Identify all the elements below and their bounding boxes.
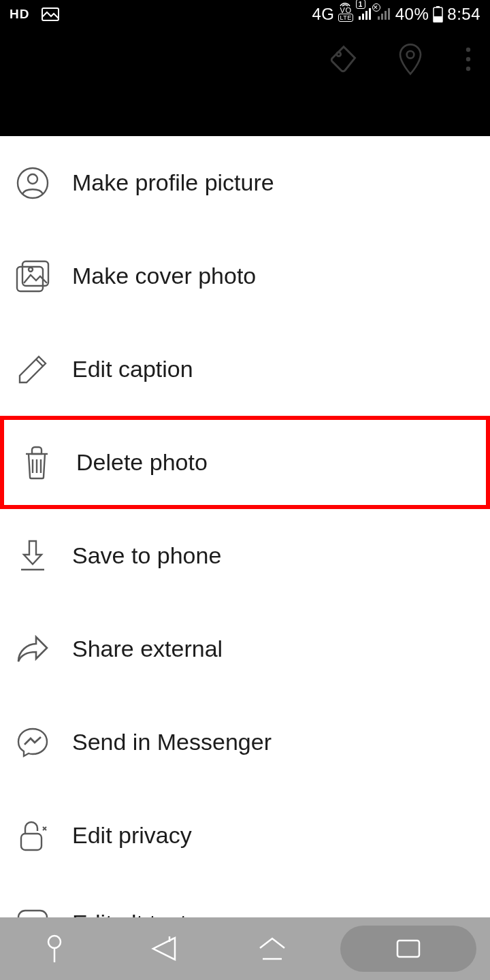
- status-bar: HD 4G VOLTE 1 ✕ 40% 8:54: [0, 0, 490, 29]
- network-type: 4G: [312, 5, 334, 24]
- option-label: Send in Messenger: [72, 729, 272, 755]
- share-external-option[interactable]: Share external: [0, 602, 490, 696]
- sim2-no-signal-icon: ✕: [376, 7, 391, 21]
- option-label: Save to phone: [72, 542, 221, 569]
- share-arrow-icon: [14, 630, 52, 668]
- option-label: Make profile picture: [72, 169, 274, 196]
- home-button[interactable]: [231, 930, 313, 968]
- svg-rect-11: [17, 267, 43, 291]
- make-profile-picture-option[interactable]: Make profile picture: [0, 136, 490, 229]
- option-label: Share external: [72, 636, 223, 662]
- battery-icon: [433, 6, 443, 22]
- options-list: Make profile picture Make cover photo Ed…: [0, 136, 490, 964]
- svg-point-5: [407, 51, 414, 59]
- assistant-button[interactable]: [14, 930, 95, 968]
- volte-lte: LTE: [338, 14, 353, 22]
- send-in-messenger-option[interactable]: Send in Messenger: [0, 696, 490, 789]
- edit-privacy-option[interactable]: Edit privacy: [0, 789, 490, 882]
- svg-point-4: [337, 52, 341, 56]
- tag-icon[interactable]: [328, 44, 359, 75]
- pencil-icon: [14, 350, 52, 389]
- delete-photo-option[interactable]: Delete photo: [0, 416, 490, 509]
- photo-options-sheet: Make profile picture Make cover photo Ed…: [0, 136, 490, 964]
- gallery-notification-icon: [42, 7, 59, 21]
- svg-point-6: [466, 48, 470, 52]
- svg-point-7: [466, 57, 470, 61]
- clock: 8:54: [447, 5, 480, 24]
- hd-indicator: HD: [10, 7, 29, 22]
- svg-point-17: [48, 936, 61, 948]
- profile-icon: [14, 164, 52, 202]
- edit-caption-option[interactable]: Edit caption: [0, 323, 490, 416]
- back-button[interactable]: [122, 930, 204, 968]
- messenger-icon: [14, 723, 52, 762]
- option-label: Delete photo: [76, 449, 208, 476]
- svg-point-8: [466, 67, 470, 71]
- battery-percentage: 40%: [395, 5, 429, 24]
- recent-apps-button[interactable]: [340, 926, 476, 972]
- svg-point-10: [28, 174, 37, 184]
- svg-rect-3: [434, 16, 442, 22]
- svg-rect-18: [397, 941, 419, 957]
- option-label: Edit caption: [72, 356, 193, 382]
- download-icon: [14, 537, 52, 575]
- option-label: Make cover photo: [72, 263, 256, 289]
- volte-icon: VOLTE: [338, 7, 353, 22]
- sim1-signal-icon: 1: [357, 7, 372, 21]
- trash-icon: [18, 444, 56, 482]
- more-options-icon[interactable]: [461, 44, 475, 75]
- option-label: Edit privacy: [72, 822, 192, 849]
- make-cover-photo-option[interactable]: Make cover photo: [0, 229, 490, 323]
- svg-rect-12: [22, 261, 48, 286]
- svg-point-13: [29, 267, 33, 272]
- save-to-phone-option[interactable]: Save to phone: [0, 509, 490, 602]
- photos-icon: [14, 257, 52, 295]
- photo-header: [0, 29, 490, 136]
- location-pin-icon[interactable]: [395, 44, 426, 75]
- sim-number: 1: [356, 0, 365, 9]
- svg-rect-14: [21, 834, 42, 850]
- lock-icon: [14, 817, 52, 855]
- navigation-bar: [0, 917, 490, 980]
